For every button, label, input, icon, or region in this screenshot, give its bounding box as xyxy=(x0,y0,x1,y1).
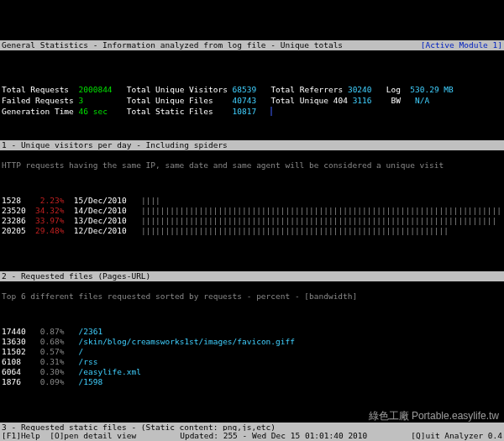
section-2-header: 2 - Requested files (Pages-URL) xyxy=(0,271,504,281)
footer-help[interactable]: [F1]Help [O]pen detail view xyxy=(2,431,136,441)
section-2-sub: Top 6 different files requested sorted b… xyxy=(0,291,504,302)
general-stats-header: General Statistics - Information analyze… xyxy=(0,40,504,50)
status-bar: [F1]Help [O]pen detail view Updated: 255… xyxy=(0,431,504,441)
visitor-row: 20205 29.48% 12/Dec/2010 |||||||||||||||… xyxy=(0,226,504,236)
data-row: 17440 0.87% /2361 xyxy=(0,327,504,337)
active-module: [Active Module 1] xyxy=(421,40,502,50)
visitor-row: 1528 2.23% 15/Dec/2010 |||| xyxy=(0,196,504,206)
data-row: 13630 0.68% /skin/blog/creamsworks1st/im… xyxy=(0,337,504,347)
log-path xyxy=(270,107,272,116)
watermark: 綠色工廠 Portable.easylife.tw xyxy=(369,411,499,421)
header-title: General Statistics - Information analyze… xyxy=(2,40,421,50)
visitor-row: 23520 34.32% 14/Dec/2010 |||||||||||||||… xyxy=(0,206,504,216)
data-row: 6108 0.31% /rss xyxy=(0,357,504,367)
data-row: 6064 0.30% /easylife.xml xyxy=(0,367,504,377)
data-row: 11502 0.57% / xyxy=(0,347,504,357)
general-stats: Total Requests 2000844 Total Unique Visi… xyxy=(0,71,504,120)
data-row: 1876 0.09% /1598 xyxy=(0,377,504,387)
section-1-sub: HTTP requests having the same IP, same d… xyxy=(0,160,504,171)
section-1-header: 1 - Unique visitors per day - Including … xyxy=(0,140,504,150)
footer-quit[interactable]: [Q]uit Analyzer 0.4 xyxy=(411,431,502,441)
footer-updated: Updated: 255 - Wed Dec 15 01:01:40 2010 xyxy=(136,431,411,441)
visitor-row: 23286 33.97% 13/Dec/2010 |||||||||||||||… xyxy=(0,216,504,226)
